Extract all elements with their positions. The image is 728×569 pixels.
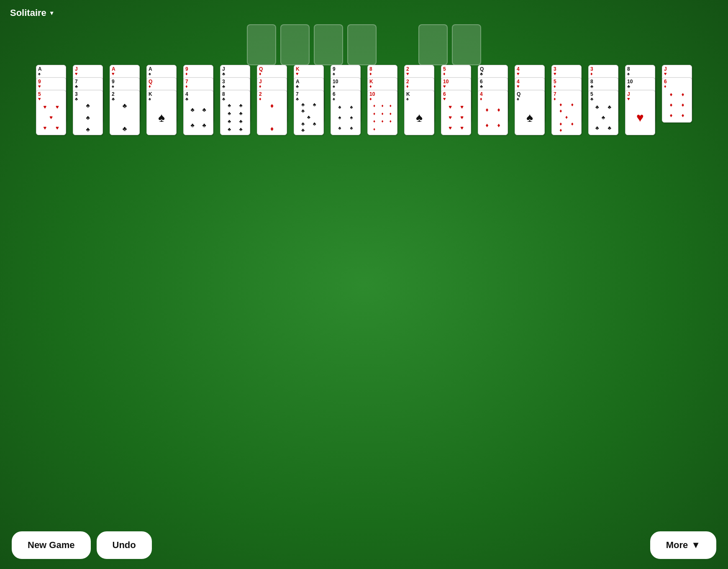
table-card[interactable]: 3 ♣ ♣♣♣ — [73, 90, 103, 135]
tableau-column-12: 5 ♦ ♦♦♦♦♦ 10 ♥ ♥♥♥♥♥♥♥♥♥♥ 6 ♥ ♥♥♥♥♥♥ — [439, 65, 473, 135]
tableau-column-2: J ♥ ♥ 7 ♣ ♣♣♣♣♣♣♣ 3 ♣ ♣♣♣ — [71, 65, 105, 135]
foundation-slot-3[interactable] — [314, 24, 343, 65]
table-card[interactable]: Q ♠ ♠ — [515, 90, 545, 135]
tableau-column-13: Q ♣ ♣ 6 ♣ ♣♣♣♣♣♣ 4 ♦ ♦♦♦♦ — [476, 65, 510, 135]
tableau-column-3: A ♥ ♥ 9 ♠ ♠♠♠♠ 2 ♣ ♣♣ — [108, 65, 141, 135]
tableau-column-16: 3 ♦ ♦♦♦ 8 ♣ ♣♣♣♣♣♣♣♣ 5 ♣ ♣♣♣♣♣ — [587, 65, 620, 135]
foundation-area — [0, 24, 728, 65]
tableau-column-15: 3 ♥ ♥♥♥ 5 ♦ ♦♦♦♦♦ 7 ♦ ♦♦♦♦♦♦♦ — [550, 65, 583, 135]
app-title: Solitaire — [10, 8, 46, 18]
table-card[interactable]: 6 ♦ ♦♦♦♦♦♦ — [662, 77, 692, 123]
bottom-left-buttons: New Game Undo — [12, 531, 152, 559]
table-card[interactable]: 4 ♣ ♣♣♣♣ — [183, 90, 213, 135]
more-button[interactable]: More ▼ — [650, 531, 716, 559]
tableau-column-6: J ♣ ♣ 3 ♣ ♣♣♣ 8 ♣ ♣♣♣♣♣♣♣♣ — [218, 65, 252, 135]
table-card[interactable]: 4 ♦ ♦♦♦♦ — [478, 90, 508, 135]
table-card[interactable]: 6 ♥ ♥♥♥♥♥♥ — [441, 90, 471, 135]
table-card[interactable]: 6 ♠ ♠♠♠♠♠♠ — [331, 90, 361, 135]
table-card[interactable]: 7 ♦ ♦♦♦♦♦♦♦ — [551, 90, 582, 135]
new-game-button[interactable]: New Game — [12, 531, 91, 559]
foundation-slot-6[interactable] — [452, 24, 481, 65]
foundation-slot-1[interactable] — [247, 24, 276, 65]
foundation-slot-2[interactable] — [280, 24, 310, 65]
table-card[interactable]: 8 ♣ ♣♣♣♣♣♣♣♣ — [220, 90, 250, 135]
title-dropdown-arrow: ▼ — [49, 10, 55, 16]
tableau-column-7: Q ♦ ♦ J ♦ ♦ 2 ♦ ♦♦ — [255, 65, 289, 135]
tableau-column-4: A ♠ ♠ Q ♦ ♦ K ♠ ♠ — [145, 65, 178, 135]
table-card[interactable]: 2 ♦ ♦♦ — [257, 90, 287, 135]
table-card[interactable]: K ♠ ♠ — [404, 90, 434, 135]
foundation-slot-4[interactable] — [347, 24, 377, 65]
table-card[interactable]: 10 ♦ ♦♦♦♦♦♦♦♦♦♦ — [367, 90, 397, 135]
tableau-column-11: 2 ♥ ♥♥ 2 ♦ ♦♦ K ♠ ♠ — [402, 65, 436, 135]
table-card[interactable]: 5 ♥ ♥♥♥♥♥ — [36, 90, 66, 135]
tableau-column-8: K ♥ ♥ A ♣ ♣ 7 ♣ ♣♣♣♣♣♣♣ — [292, 65, 326, 135]
table-card[interactable]: 5 ♣ ♣♣♣♣♣ — [588, 90, 618, 135]
table-card[interactable]: 7 ♣ ♣♣♣♣♣♣♣ — [294, 90, 324, 135]
more-arrow: ▼ — [691, 540, 700, 551]
table-card[interactable]: J ♥ ♥ — [625, 90, 655, 135]
app-title-bar[interactable]: Solitaire ▼ — [10, 8, 55, 18]
tableau-column-5: 9 ♦ ♦♦♦♦ 7 ♦ ♦♦♦♦♦♦♦ 4 ♣ ♣♣♣♣ — [182, 65, 215, 135]
foundation-group-2 — [418, 24, 481, 65]
tableau-column-1: A ♠ ♠ 9 ♥ ♥♥♥♥ 5 ♥ ♥♥♥♥♥ — [34, 65, 68, 135]
tableau-column-17: 8 ♠ ♠♠♠♠♠♠♠♠ 10 ♣ ♣♣♣♣♣♣♣♣♣♣ J ♥ ♥ — [623, 65, 657, 135]
tableau-column-18: J ♥ ♥ 6 ♦ ♦♦♦♦♦♦ — [660, 65, 694, 135]
tableau-column-10: 8 ♦ ♦♦♦♦♦♦♦♦ K ♦ ♦ 10 ♦ ♦♦♦♦♦♦♦♦♦♦ — [366, 65, 399, 135]
tableau-area: A ♠ ♠ 9 ♥ ♥♥♥♥ 5 ♥ ♥♥♥♥♥ J ♥ ♥ 7 — [0, 65, 728, 135]
foundation-group-1 — [247, 24, 377, 65]
table-card[interactable]: 2 ♣ ♣♣ — [110, 90, 140, 135]
foundation-slot-5[interactable] — [418, 24, 448, 65]
tableau-column-9: 9 ♠ ♠♠♠♠ 10 ♠ ♠♠♠♠♠♠♠♠♠♠ 6 ♠ ♠♠♠♠♠♠ — [329, 65, 362, 135]
undo-button[interactable]: Undo — [97, 531, 152, 559]
table-card[interactable]: K ♠ ♠ — [146, 90, 177, 135]
bottom-bar: New Game Undo More ▼ — [0, 531, 728, 559]
tableau-column-14: 4 ♥ ♥♥♥♥ 4 ♥ ♥♥♥♥ Q ♠ ♠ — [513, 65, 546, 135]
more-label: More — [666, 540, 688, 551]
